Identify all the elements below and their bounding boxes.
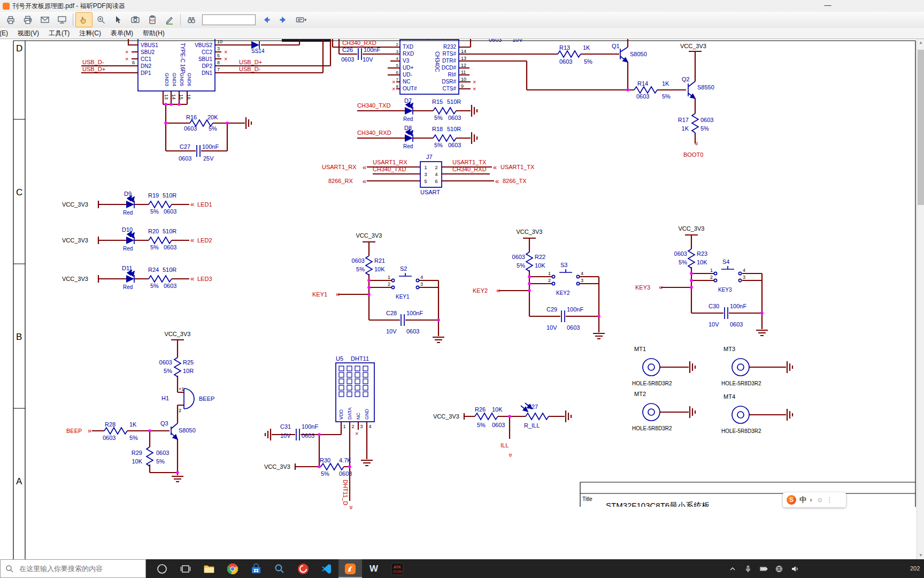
schematic-label: 2 [179, 408, 181, 413]
ime-language-indicator[interactable]: 中 [799, 495, 806, 505]
print-button[interactable] [2, 12, 19, 27]
taskbar-search[interactable] [0, 559, 146, 578]
battery-icon[interactable] [759, 565, 768, 573]
scroll-up-icon[interactable]: ▲ [917, 39, 924, 47]
network-icon[interactable] [775, 565, 783, 573]
vscode-button[interactable] [315, 559, 338, 578]
vertical-scrollbar[interactable]: ▲ ▼ [917, 39, 924, 559]
volume-icon[interactable] [790, 565, 799, 573]
schematic-label: MT2 [634, 391, 646, 397]
schematic-label: 5% [662, 93, 671, 100]
resistor [558, 51, 581, 57]
find-button[interactable] [183, 12, 200, 27]
schematic-label: A [16, 476, 22, 486]
ground-symbol [756, 330, 768, 336]
junction-dot [318, 433, 321, 436]
file-explorer-button[interactable] [197, 559, 221, 578]
schematic-canvas[interactable]: DCBAVBUS1SBU2CC1DN2DP1VBUS2CC2SBU1DP2DN1… [0, 0, 924, 578]
schematic-label: 5% [150, 208, 159, 215]
typewriter-button[interactable]: ▾ [292, 12, 309, 27]
foxit-reader-button[interactable] [338, 559, 362, 578]
chrome-button[interactable] [221, 559, 244, 578]
schematic-label: C31 [280, 423, 291, 430]
switch-contact [391, 286, 394, 288]
schematic-label: GND [364, 409, 369, 420]
ime-more-icon[interactable]: ⋮ [827, 496, 833, 504]
schematic-label: 9 [461, 83, 464, 89]
menu-item-help[interactable]: 帮助(H) [143, 29, 165, 38]
ime-toolbar[interactable]: S 中 ◐ ☺ ⋮ [783, 492, 846, 507]
schematic-label: VCC_3V3 [165, 331, 191, 337]
ms-store-button[interactable] [244, 559, 268, 578]
schematic-label: R21 [374, 257, 385, 264]
netease-music-button[interactable] [291, 559, 315, 578]
cortana-button[interactable] [150, 559, 174, 578]
schematic-label: 510R [163, 267, 176, 273]
tray-expand-icon[interactable] [728, 565, 737, 573]
menu-item-view[interactable]: 视图(V) [18, 29, 39, 38]
taskbar-clock[interactable]: 202 [910, 565, 920, 572]
microphone-icon[interactable] [744, 565, 752, 573]
schematic-label: S2 [400, 265, 407, 272]
schematic-label: 4 [435, 172, 437, 177]
window-title: 刊号开发板原理图.pdf - 福昕PDF阅读器 [12, 2, 125, 11]
capacitor [358, 48, 361, 60]
schematic-label: 10K [132, 458, 142, 465]
schematic-label: V3 [403, 58, 410, 64]
main-toolbar: RMS ▾ [0, 12, 924, 28]
find-input[interactable] [202, 14, 256, 25]
highlight-button[interactable] [161, 12, 178, 27]
snapshot-button[interactable] [127, 12, 144, 27]
email-button[interactable] [36, 12, 53, 27]
previous-view-button[interactable] [258, 12, 275, 27]
schematic-label: LED3 [197, 276, 212, 282]
scrollbar-thumb[interactable] [918, 50, 924, 205]
monitor-icon [57, 14, 67, 25]
menu-item-form[interactable]: 表单(M) [111, 29, 133, 38]
minimize-button[interactable]: — [819, 0, 836, 11]
schematic-label: 2 [710, 275, 713, 280]
schematic-label: 20K [207, 114, 218, 120]
marquee-zoom-button[interactable] [93, 12, 110, 27]
schematic-label: J7 [426, 154, 433, 160]
schematic-label: 3 [743, 275, 745, 280]
dht11-grid-cell [355, 372, 360, 377]
search-app-button[interactable] [268, 559, 291, 578]
ime-emoji-icon[interactable]: ☺ [817, 496, 823, 504]
schematic-label: UD- [403, 72, 412, 78]
ime-halfwidth-icon[interactable]: ◐ [810, 496, 813, 504]
next-view-button[interactable] [275, 12, 292, 27]
scroll-down-icon[interactable]: ▼ [917, 552, 924, 559]
wps-button[interactable]: W [362, 559, 386, 578]
schematic-label: 5% [150, 283, 159, 289]
taskbar-search-input[interactable] [18, 564, 135, 573]
menu-item-tools[interactable]: 工具(T) [49, 29, 70, 38]
schematic-label: 0603 [730, 321, 743, 328]
schematic-label: 510R [163, 228, 176, 234]
dropdown-arrow-icon[interactable]: ▾ [304, 17, 307, 22]
capacitor [296, 429, 299, 440]
rms-protect-button[interactable]: RMS [144, 12, 161, 27]
schematic-label: DN1 [202, 70, 212, 76]
atk-xcom-button[interactable]: ATK XCOM [386, 559, 409, 578]
schematic-label: VCC_3V3 [62, 201, 88, 208]
quick-print-button[interactable] [19, 12, 36, 27]
schematic-label: BOOT0 [683, 151, 703, 158]
hand-tool-button[interactable] [75, 12, 93, 27]
ground-symbol [246, 117, 251, 129]
task-view-button[interactable] [174, 559, 197, 578]
schematic-label: KEY2 [473, 287, 488, 294]
fullscreen-button[interactable] [53, 12, 71, 27]
schematic-label: GND3 [164, 73, 170, 86]
schematic-label: « [346, 506, 355, 509]
schematic-label: LED2 [197, 237, 212, 244]
schematic-label: R30 [320, 457, 330, 463]
menu-item-comment[interactable]: 注释(C) [79, 29, 101, 38]
mounting-hole [643, 404, 660, 421]
schematic-label: 10K [492, 406, 503, 413]
menu-item-edit[interactable]: (E) [0, 29, 8, 37]
schematic-label: 10 [217, 39, 222, 44]
select-tool-button[interactable] [110, 12, 127, 27]
schematic-label: 4 [396, 56, 399, 61]
sogou-logo-icon[interactable]: S [787, 495, 796, 505]
